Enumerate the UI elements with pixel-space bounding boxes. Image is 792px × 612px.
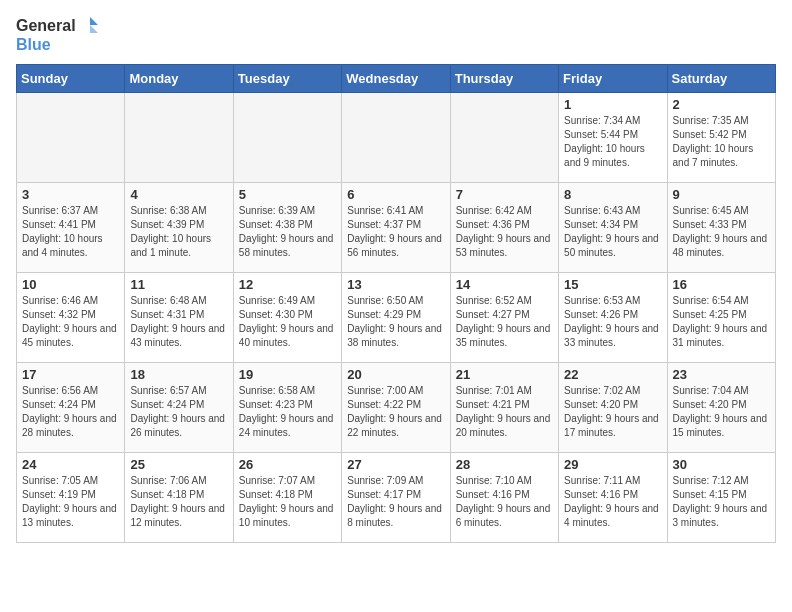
day-info: Sunrise: 6:56 AMSunset: 4:24 PMDaylight:… xyxy=(22,384,119,440)
day-info: Sunrise: 6:41 AMSunset: 4:37 PMDaylight:… xyxy=(347,204,444,260)
day-number: 20 xyxy=(347,367,444,382)
weekday-header-row: SundayMondayTuesdayWednesdayThursdayFrid… xyxy=(17,65,776,93)
day-info: Sunrise: 6:53 AMSunset: 4:26 PMDaylight:… xyxy=(564,294,661,350)
calendar-cell: 7Sunrise: 6:42 AMSunset: 4:36 PMDaylight… xyxy=(450,183,558,273)
calendar-cell: 15Sunrise: 6:53 AMSunset: 4:26 PMDayligh… xyxy=(559,273,667,363)
day-number: 6 xyxy=(347,187,444,202)
day-number: 14 xyxy=(456,277,553,292)
day-number: 1 xyxy=(564,97,661,112)
day-info: Sunrise: 7:09 AMSunset: 4:17 PMDaylight:… xyxy=(347,474,444,530)
logo: General Blue xyxy=(16,16,98,54)
calendar-cell: 20Sunrise: 7:00 AMSunset: 4:22 PMDayligh… xyxy=(342,363,450,453)
day-info: Sunrise: 7:05 AMSunset: 4:19 PMDaylight:… xyxy=(22,474,119,530)
day-number: 5 xyxy=(239,187,336,202)
calendar-cell: 14Sunrise: 6:52 AMSunset: 4:27 PMDayligh… xyxy=(450,273,558,363)
calendar-cell: 8Sunrise: 6:43 AMSunset: 4:34 PMDaylight… xyxy=(559,183,667,273)
day-info: Sunrise: 7:12 AMSunset: 4:15 PMDaylight:… xyxy=(673,474,770,530)
calendar-cell: 2Sunrise: 7:35 AMSunset: 5:42 PMDaylight… xyxy=(667,93,775,183)
day-number: 15 xyxy=(564,277,661,292)
day-info: Sunrise: 7:07 AMSunset: 4:18 PMDaylight:… xyxy=(239,474,336,530)
calendar-cell xyxy=(450,93,558,183)
logo-blue: Blue xyxy=(16,35,51,54)
day-number: 11 xyxy=(130,277,227,292)
calendar-cell: 10Sunrise: 6:46 AMSunset: 4:32 PMDayligh… xyxy=(17,273,125,363)
calendar-cell: 30Sunrise: 7:12 AMSunset: 4:15 PMDayligh… xyxy=(667,453,775,543)
day-number: 12 xyxy=(239,277,336,292)
day-info: Sunrise: 6:49 AMSunset: 4:30 PMDaylight:… xyxy=(239,294,336,350)
day-number: 13 xyxy=(347,277,444,292)
day-number: 17 xyxy=(22,367,119,382)
day-number: 24 xyxy=(22,457,119,472)
header: General Blue xyxy=(16,16,776,54)
calendar-cell: 21Sunrise: 7:01 AMSunset: 4:21 PMDayligh… xyxy=(450,363,558,453)
calendar-cell xyxy=(342,93,450,183)
calendar-cell xyxy=(125,93,233,183)
day-info: Sunrise: 6:46 AMSunset: 4:32 PMDaylight:… xyxy=(22,294,119,350)
day-number: 27 xyxy=(347,457,444,472)
calendar-week-5: 24Sunrise: 7:05 AMSunset: 4:19 PMDayligh… xyxy=(17,453,776,543)
day-info: Sunrise: 6:39 AMSunset: 4:38 PMDaylight:… xyxy=(239,204,336,260)
weekday-header-monday: Monday xyxy=(125,65,233,93)
weekday-header-thursday: Thursday xyxy=(450,65,558,93)
calendar-cell: 12Sunrise: 6:49 AMSunset: 4:30 PMDayligh… xyxy=(233,273,341,363)
calendar-cell: 28Sunrise: 7:10 AMSunset: 4:16 PMDayligh… xyxy=(450,453,558,543)
calendar-cell: 25Sunrise: 7:06 AMSunset: 4:18 PMDayligh… xyxy=(125,453,233,543)
calendar-cell: 13Sunrise: 6:50 AMSunset: 4:29 PMDayligh… xyxy=(342,273,450,363)
day-number: 21 xyxy=(456,367,553,382)
day-info: Sunrise: 6:38 AMSunset: 4:39 PMDaylight:… xyxy=(130,204,227,260)
calendar-week-2: 3Sunrise: 6:37 AMSunset: 4:41 PMDaylight… xyxy=(17,183,776,273)
day-number: 18 xyxy=(130,367,227,382)
calendar-week-1: 1Sunrise: 7:34 AMSunset: 5:44 PMDaylight… xyxy=(17,93,776,183)
day-info: Sunrise: 6:52 AMSunset: 4:27 PMDaylight:… xyxy=(456,294,553,350)
calendar-cell: 24Sunrise: 7:05 AMSunset: 4:19 PMDayligh… xyxy=(17,453,125,543)
day-number: 3 xyxy=(22,187,119,202)
calendar-cell: 17Sunrise: 6:56 AMSunset: 4:24 PMDayligh… xyxy=(17,363,125,453)
day-number: 28 xyxy=(456,457,553,472)
logo-bird-icon xyxy=(78,17,98,35)
calendar-cell: 4Sunrise: 6:38 AMSunset: 4:39 PMDaylight… xyxy=(125,183,233,273)
day-number: 30 xyxy=(673,457,770,472)
day-number: 4 xyxy=(130,187,227,202)
weekday-header-friday: Friday xyxy=(559,65,667,93)
day-info: Sunrise: 6:50 AMSunset: 4:29 PMDaylight:… xyxy=(347,294,444,350)
day-number: 9 xyxy=(673,187,770,202)
svg-marker-0 xyxy=(90,17,98,25)
day-info: Sunrise: 6:37 AMSunset: 4:41 PMDaylight:… xyxy=(22,204,119,260)
day-info: Sunrise: 7:04 AMSunset: 4:20 PMDaylight:… xyxy=(673,384,770,440)
day-number: 29 xyxy=(564,457,661,472)
day-number: 2 xyxy=(673,97,770,112)
day-number: 26 xyxy=(239,457,336,472)
day-info: Sunrise: 6:42 AMSunset: 4:36 PMDaylight:… xyxy=(456,204,553,260)
day-info: Sunrise: 7:11 AMSunset: 4:16 PMDaylight:… xyxy=(564,474,661,530)
calendar-body: 1Sunrise: 7:34 AMSunset: 5:44 PMDaylight… xyxy=(17,93,776,543)
calendar-cell xyxy=(17,93,125,183)
day-info: Sunrise: 7:10 AMSunset: 4:16 PMDaylight:… xyxy=(456,474,553,530)
weekday-header-sunday: Sunday xyxy=(17,65,125,93)
day-info: Sunrise: 7:34 AMSunset: 5:44 PMDaylight:… xyxy=(564,114,661,170)
day-info: Sunrise: 6:45 AMSunset: 4:33 PMDaylight:… xyxy=(673,204,770,260)
day-info: Sunrise: 6:57 AMSunset: 4:24 PMDaylight:… xyxy=(130,384,227,440)
day-number: 16 xyxy=(673,277,770,292)
calendar-header: SundayMondayTuesdayWednesdayThursdayFrid… xyxy=(17,65,776,93)
day-number: 7 xyxy=(456,187,553,202)
calendar-cell: 3Sunrise: 6:37 AMSunset: 4:41 PMDaylight… xyxy=(17,183,125,273)
calendar-cell: 19Sunrise: 6:58 AMSunset: 4:23 PMDayligh… xyxy=(233,363,341,453)
calendar-cell: 1Sunrise: 7:34 AMSunset: 5:44 PMDaylight… xyxy=(559,93,667,183)
day-number: 10 xyxy=(22,277,119,292)
weekday-header-tuesday: Tuesday xyxy=(233,65,341,93)
calendar-cell: 23Sunrise: 7:04 AMSunset: 4:20 PMDayligh… xyxy=(667,363,775,453)
day-info: Sunrise: 6:54 AMSunset: 4:25 PMDaylight:… xyxy=(673,294,770,350)
day-info: Sunrise: 7:01 AMSunset: 4:21 PMDaylight:… xyxy=(456,384,553,440)
day-info: Sunrise: 7:06 AMSunset: 4:18 PMDaylight:… xyxy=(130,474,227,530)
day-number: 25 xyxy=(130,457,227,472)
calendar-cell: 9Sunrise: 6:45 AMSunset: 4:33 PMDaylight… xyxy=(667,183,775,273)
weekday-header-saturday: Saturday xyxy=(667,65,775,93)
day-number: 19 xyxy=(239,367,336,382)
calendar-cell: 5Sunrise: 6:39 AMSunset: 4:38 PMDaylight… xyxy=(233,183,341,273)
day-info: Sunrise: 6:58 AMSunset: 4:23 PMDaylight:… xyxy=(239,384,336,440)
day-info: Sunrise: 7:00 AMSunset: 4:22 PMDaylight:… xyxy=(347,384,444,440)
day-info: Sunrise: 6:48 AMSunset: 4:31 PMDaylight:… xyxy=(130,294,227,350)
day-number: 23 xyxy=(673,367,770,382)
calendar-week-3: 10Sunrise: 6:46 AMSunset: 4:32 PMDayligh… xyxy=(17,273,776,363)
svg-marker-1 xyxy=(90,25,98,33)
